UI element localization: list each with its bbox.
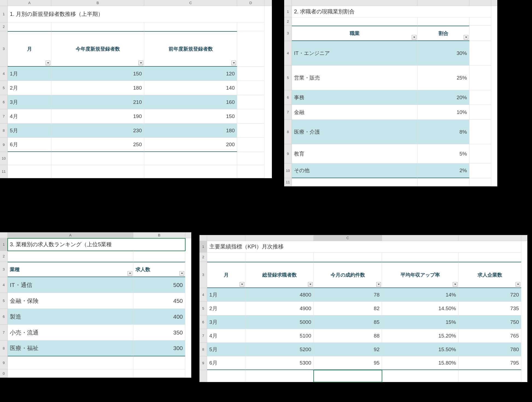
cell[interactable] [237, 31, 264, 67]
table-cell[interactable]: 20% [418, 90, 469, 105]
col-D[interactable]: D [237, 0, 264, 6]
row-11[interactable]: 11 [0, 165, 8, 178]
cell[interactable] [237, 138, 264, 152]
col-C[interactable]: C [144, 0, 237, 6]
cell[interactable] [237, 95, 264, 109]
col-B[interactable] [245, 235, 314, 241]
cell[interactable] [51, 165, 144, 178]
table-cell[interactable]: 2月 [207, 302, 245, 315]
col-A[interactable]: A [8, 232, 133, 238]
header-prev-year[interactable]: 前年度新規登録者数 [144, 31, 237, 67]
table-cell[interactable]: 4月 [207, 329, 245, 343]
table-cell[interactable]: 95 [314, 356, 382, 370]
table-cell[interactable]: 230 [51, 124, 144, 138]
table-cell[interactable]: 8% [418, 120, 469, 144]
select-all-corner[interactable] [0, 0, 8, 6]
cell[interactable] [51, 22, 144, 31]
row-6[interactable]: 6 [0, 95, 8, 109]
table-cell[interactable]: 15.80% [382, 356, 458, 370]
col-B[interactable] [418, 0, 469, 6]
header-industry[interactable]: 業種 [8, 262, 133, 277]
table-cell[interactable]: 150 [51, 67, 144, 81]
cell[interactable] [237, 124, 264, 138]
table-cell[interactable]: 190 [51, 109, 144, 124]
table-cell[interactable]: 教育 [292, 144, 418, 163]
header-job-count[interactable]: 求人数 [133, 262, 185, 277]
header-total-seekers[interactable]: 総登録求職者数 [245, 262, 314, 288]
row-1[interactable]: 1 [0, 6, 8, 22]
table-cell[interactable]: 82 [314, 302, 382, 315]
col-A[interactable]: A [8, 0, 51, 6]
table-cell[interactable]: 15.20% [382, 329, 458, 343]
header-current-year[interactable]: 今年度新規登録者数 [51, 31, 144, 67]
table-cell[interactable]: 14% [382, 288, 458, 302]
cell[interactable] [237, 152, 264, 165]
table-cell[interactable]: 30% [418, 41, 469, 66]
table-cell[interactable]: 製造 [8, 309, 133, 325]
table-cell[interactable]: 10% [418, 105, 469, 120]
table-cell[interactable]: 2月 [8, 81, 51, 95]
table-cell[interactable]: 500 [133, 277, 185, 293]
table-cell[interactable]: 450 [133, 293, 185, 309]
filter-icon[interactable] [231, 61, 236, 65]
filter-icon[interactable] [308, 282, 313, 287]
table-cell[interactable]: 3月 [207, 315, 245, 329]
table-cell[interactable]: 15.50% [382, 343, 458, 356]
row-5[interactable]: 5 [0, 81, 8, 95]
cell[interactable] [469, 90, 491, 105]
table-cell[interactable]: IT・通信 [8, 277, 133, 293]
table-cell[interactable]: 3月 [8, 95, 51, 109]
filter-icon[interactable] [453, 282, 457, 287]
table-cell[interactable]: 735 [458, 302, 521, 315]
filter-icon[interactable] [128, 271, 132, 276]
table-cell[interactable]: 5月 [207, 343, 245, 356]
table-cell[interactable]: 92 [314, 343, 382, 356]
cell[interactable] [51, 152, 144, 165]
table-cell[interactable]: 5200 [245, 343, 314, 356]
table-cell[interactable]: 200 [144, 138, 237, 152]
table-cell[interactable]: 25% [418, 66, 469, 90]
table-cell[interactable]: 765 [458, 329, 521, 343]
filter-icon[interactable] [412, 35, 416, 40]
table-cell[interactable]: 5300 [245, 356, 314, 370]
col-B[interactable]: B [133, 232, 185, 238]
row-8[interactable]: 8 [0, 124, 8, 138]
table-cell[interactable]: 180 [51, 81, 144, 95]
table-cell[interactable]: 150 [144, 109, 237, 124]
row-4[interactable]: 4 [0, 67, 8, 81]
sheet-title[interactable]: 3. 業種別の求人数ランキング（上位5業種 [8, 238, 185, 251]
cell[interactable] [469, 105, 491, 120]
header-salary-up[interactable]: 平均年収アップ率 [382, 262, 458, 288]
cell[interactable] [8, 22, 51, 31]
header-month[interactable]: 月 [8, 31, 51, 67]
table-cell[interactable]: 88 [314, 329, 382, 343]
table-cell[interactable]: 5月 [8, 124, 51, 138]
table-cell[interactable]: 795 [458, 356, 521, 370]
row-10[interactable]: 10 [0, 152, 8, 165]
row-7[interactable]: 7 [0, 109, 8, 124]
table-cell[interactable]: 78 [314, 288, 382, 302]
table-cell[interactable]: IT・エンジニア [292, 41, 418, 66]
filter-icon[interactable] [376, 282, 381, 287]
cell[interactable] [469, 41, 491, 66]
table-cell[interactable]: 5% [418, 144, 469, 163]
table-cell[interactable]: 180 [144, 124, 237, 138]
table-cell[interactable]: 720 [458, 288, 521, 302]
table-cell[interactable]: 400 [133, 309, 185, 325]
filter-icon[interactable] [180, 271, 184, 276]
table-cell[interactable]: 15% [382, 315, 458, 329]
cell[interactable] [469, 66, 491, 90]
table-cell[interactable]: 120 [144, 67, 237, 81]
table-cell[interactable]: 750 [458, 315, 521, 329]
cell[interactable] [237, 67, 264, 81]
row-2[interactable]: 2 [0, 22, 8, 31]
table-cell[interactable]: 6月 [8, 138, 51, 152]
table-cell[interactable]: 250 [51, 138, 144, 152]
table-cell[interactable]: 医療・介護 [292, 120, 418, 144]
table-cell[interactable]: 1月 [207, 288, 245, 302]
col-D[interactable] [382, 235, 458, 241]
cell[interactable] [237, 81, 264, 95]
select-all-corner[interactable] [0, 232, 8, 238]
cell[interactable] [237, 22, 264, 31]
header-month[interactable]: 月 [207, 262, 245, 288]
